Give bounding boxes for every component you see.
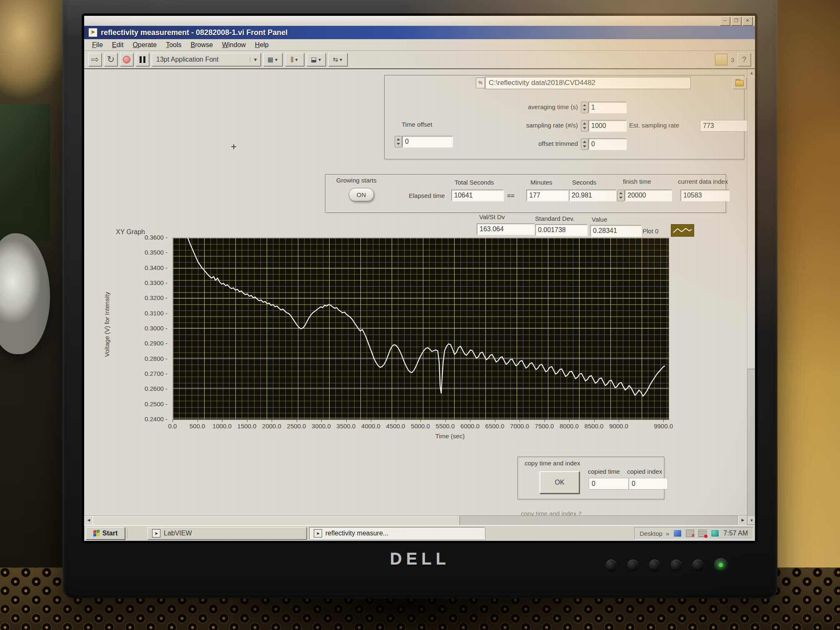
path-type-icon: % — [476, 78, 485, 88]
x-tick-mark — [297, 420, 297, 422]
averaging-time-field[interactable]: 1 — [588, 102, 627, 113]
display-settings-tray-icon[interactable] — [673, 530, 682, 537]
room-background-right — [778, 0, 840, 630]
menu-help[interactable]: Help — [250, 40, 273, 50]
finish-time-label: finish time — [623, 178, 651, 185]
align-objects-button[interactable]: ▦▼ — [263, 53, 282, 66]
menu-browse[interactable]: Browse — [186, 40, 218, 50]
growing-cluster: Growing starts ON Elapsed time Total Sec… — [325, 174, 726, 212]
pause-button[interactable] — [136, 53, 149, 66]
dell-monitor: ─ ❐ ✕ ➤ reflectivity measurement - 08282… — [62, 0, 778, 598]
labview-icon: ➤ — [314, 529, 322, 538]
x-tick-label: 2500.0 — [287, 422, 306, 430]
data-path-control[interactable]: % C:\reflectivity data\2018\CVD4482 — [476, 77, 691, 89]
labview-vi-icon: ➤ — [88, 28, 98, 37]
total-seconds-label: Total Seconds — [455, 179, 494, 186]
x-tick-mark — [445, 420, 446, 422]
y-tick-label: 0.3400 - — [122, 264, 168, 271]
toolbar-right-group: 3 ? — [715, 53, 751, 66]
menu-window[interactable]: Window — [218, 40, 250, 50]
current-data-index-label: current data index — [678, 178, 728, 185]
offset-trimmed-field[interactable]: 0 — [588, 138, 627, 150]
growing-starts-toggle[interactable]: ON — [349, 188, 374, 201]
x-tick-mark — [663, 420, 664, 422]
taskbar-clock[interactable]: 7:57 AM — [723, 530, 748, 537]
resize-objects-button[interactable]: ⬓▼ — [307, 53, 326, 66]
restore-button[interactable]: ❐ — [731, 17, 741, 25]
x-tick-mark — [247, 420, 248, 422]
plot-legend-swatch[interactable] — [671, 224, 694, 237]
xy-graph-plot-area — [172, 238, 669, 420]
start-button[interactable]: Start — [86, 527, 125, 540]
task-button-reflectivity[interactable]: ➤ reflectivity measure... — [309, 527, 485, 540]
browse-path-button[interactable] — [732, 78, 747, 89]
desktop-toolbar[interactable]: Desktop » — [640, 530, 669, 537]
monitor-power-button[interactable] — [714, 558, 728, 572]
menu-tools[interactable]: Tools — [161, 40, 186, 50]
sampling-rate-spinner[interactable] — [581, 120, 588, 132]
x-tick-mark — [495, 420, 495, 422]
value-field: 0.28341 — [590, 225, 642, 237]
vi-titlebar: ➤ reflectivity measurement - 08282008-1.… — [84, 26, 755, 39]
finish-time-spinner[interactable] — [617, 190, 625, 201]
monitor-auto-button[interactable] — [692, 560, 703, 570]
task-label: reflectivity measure... — [325, 530, 388, 537]
copied-index-field: 0 — [629, 478, 668, 490]
minimize-button[interactable]: ─ — [720, 17, 730, 25]
menu-operate[interactable]: Operate — [128, 40, 161, 50]
run-continuous-button[interactable]: ↻ — [104, 53, 118, 66]
scroll-down-icon[interactable]: ▼ — [748, 517, 755, 525]
aluminum-foil — [0, 233, 50, 354]
reorder-objects-button[interactable]: ⇆▼ — [328, 53, 348, 66]
context-help-button[interactable]: ? — [738, 53, 751, 66]
task-button-labview[interactable]: ➤ LabVIEW — [148, 527, 307, 540]
x-tick-label: 8000.0 — [560, 422, 579, 430]
run-button[interactable]: ⇨ — [88, 53, 102, 66]
monitor-down-button[interactable] — [628, 560, 638, 570]
x-tick-mark — [420, 420, 421, 422]
monitor-select-button[interactable] — [671, 560, 682, 570]
network-disconnected-tray-icon[interactable] — [686, 530, 694, 537]
vertical-scroll-thumb[interactable] — [748, 77, 755, 369]
data-path-value[interactable]: C:\reflectivity data\2018\CVD4482 — [485, 77, 691, 89]
vertical-scrollbar[interactable]: ▲ ▼ — [747, 69, 755, 525]
room-background-left — [0, 0, 71, 630]
sampling-rate-field[interactable]: 1000 — [588, 120, 627, 132]
abort-button[interactable] — [120, 53, 133, 66]
value-label: Value — [592, 216, 607, 223]
time-offset-field[interactable]: 0 — [402, 136, 453, 148]
crosshair-cursor: + — [231, 141, 237, 152]
ok-button[interactable]: OK — [540, 471, 580, 494]
menu-edit[interactable]: Edit — [108, 40, 128, 50]
horizontal-scrollbar[interactable]: ◀ ▶ — [84, 515, 748, 525]
offset-trimmed-spinner[interactable] — [581, 138, 588, 150]
font-selector[interactable]: 13pt Application Font ▼ — [152, 53, 261, 66]
x-tick-mark — [371, 420, 371, 422]
scroll-left-icon[interactable]: ◀ — [84, 516, 93, 525]
horizontal-scroll-thumb[interactable] — [92, 516, 460, 525]
labview-icon: ➤ — [152, 529, 160, 538]
y-tick-label: 0.3300 - — [122, 279, 168, 286]
monitor-controls — [606, 558, 728, 572]
windows-update-tray-icon[interactable] — [711, 530, 719, 537]
scroll-right-icon[interactable]: ▶ — [738, 516, 748, 525]
averaging-time-spinner[interactable] — [581, 102, 588, 113]
scroll-up-icon[interactable]: ▲ — [748, 69, 755, 78]
y-tick-label: 0.2900 - — [122, 340, 168, 347]
menubar: FileEditOperateToolsBrowseWindowHelp — [84, 39, 755, 51]
monitor-menu-button[interactable] — [606, 560, 617, 570]
y-tick-label: 0.2500 - — [122, 400, 168, 408]
distribute-objects-button[interactable]: ⫼▼ — [285, 53, 304, 66]
chevron-right-icon[interactable]: » — [666, 530, 669, 537]
time-offset-spinner[interactable] — [395, 136, 402, 148]
chevron-down-icon: ▼ — [318, 58, 322, 62]
x-tick-label: 6500.0 — [485, 422, 505, 430]
monitor-up-button[interactable] — [649, 560, 660, 570]
menu-file[interactable]: File — [88, 40, 108, 50]
current-data-index-field: 10583 — [680, 190, 730, 201]
finish-time-field[interactable]: 20000 — [625, 190, 672, 201]
system-tray: Desktop » 7:57 AM — [634, 527, 753, 540]
task-list-tray-icon[interactable] — [698, 530, 707, 537]
reorder-objects-icon: ⇆ — [333, 56, 338, 63]
close-button[interactable]: ✕ — [742, 17, 752, 25]
